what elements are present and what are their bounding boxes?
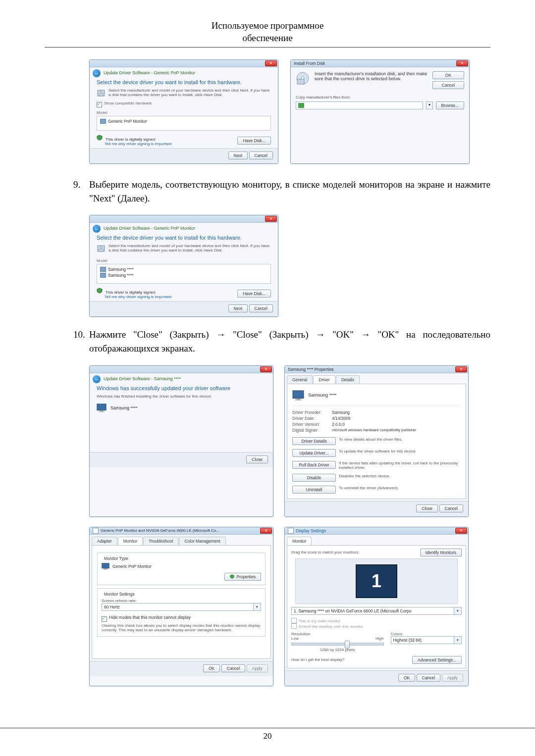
device-name: Samsung **** bbox=[110, 405, 138, 410]
model-list[interactable]: Samsung **** Samsung **** bbox=[97, 264, 271, 284]
back-icon[interactable]: ← bbox=[93, 375, 101, 383]
apply-button[interactable]: Apply bbox=[247, 664, 268, 672]
signing-link[interactable]: Tell me why driver signing is important bbox=[105, 142, 171, 146]
device-name: Samsung **** bbox=[308, 392, 337, 398]
rollback-button[interactable]: Roll Back Driver bbox=[292, 461, 336, 469]
dialog-subtext: Select the manufacturer and model of you… bbox=[108, 88, 271, 97]
monitor-preview-1[interactable]: 1 bbox=[356, 564, 397, 598]
back-icon[interactable]: ← bbox=[93, 225, 101, 233]
apply-button[interactable]: Apply bbox=[442, 674, 463, 682]
tab-color[interactable]: Color Management bbox=[179, 537, 225, 545]
resolution-label: Resolution: bbox=[291, 632, 384, 636]
identify-button[interactable]: Identify Monitors bbox=[420, 549, 462, 556]
next-button[interactable]: Next bbox=[228, 304, 248, 312]
monprop-title: Generic PnP Monitor and NVIDIA GeForce 6… bbox=[99, 528, 260, 533]
header-line1: Используемое программное bbox=[212, 20, 324, 31]
tab-driver[interactable]: Driver bbox=[313, 375, 335, 384]
disable-button[interactable]: Disable bbox=[292, 474, 336, 482]
browse-button[interactable]: Browse... bbox=[436, 101, 464, 109]
list-item: Generic PnP Monitor bbox=[100, 118, 268, 124]
resolution-value: 1280 by 1024 pixels bbox=[291, 648, 384, 652]
update-driver-button[interactable]: Update Driver... bbox=[292, 449, 336, 457]
tab-details[interactable]: Details bbox=[336, 375, 360, 384]
signing-link[interactable]: Tell me why driver signing is important bbox=[105, 295, 171, 299]
update-driver-success-dialog: ✕ ← Update Driver Software - Samsung ***… bbox=[89, 365, 273, 517]
hide-modes-checkbox[interactable] bbox=[102, 616, 107, 622]
tab-general[interactable]: General bbox=[287, 375, 313, 384]
signed-text: This driver is digitally signed. bbox=[106, 290, 156, 295]
copy-from-label: Copy manufacturer's files from: bbox=[296, 95, 464, 100]
model-list[interactable]: Generic PnP Monitor bbox=[97, 116, 271, 131]
close-icon[interactable]: ✕ bbox=[455, 528, 467, 534]
cancel-button[interactable]: Cancel bbox=[249, 151, 273, 159]
model-header: Model bbox=[90, 108, 278, 116]
tab-adapter[interactable]: Adapter bbox=[92, 537, 117, 545]
have-disk-button[interactable]: Have Disk... bbox=[237, 290, 271, 298]
best-display-link[interactable]: How do I get the best display? bbox=[291, 657, 344, 662]
breadcrumb: Update Driver Software - Samsung **** bbox=[104, 373, 181, 383]
window-icon bbox=[288, 528, 294, 534]
driver-properties-dialog: Samsung **** Properties ✕ General Driver… bbox=[284, 365, 469, 517]
display-select[interactable]: 1. Samsung **** on NVIDIA GeForce 6600 L… bbox=[291, 607, 462, 615]
close-icon[interactable]: ✕ bbox=[260, 528, 272, 534]
ok-button[interactable]: OK bbox=[398, 674, 415, 682]
monitor-icon bbox=[102, 563, 109, 570]
back-icon[interactable]: ← bbox=[93, 69, 101, 77]
monitor-icon bbox=[100, 267, 106, 272]
tab-monitor[interactable]: Monitor bbox=[287, 537, 312, 545]
next-button[interactable]: Next bbox=[228, 151, 248, 159]
cancel-button[interactable]: Cancel bbox=[417, 674, 440, 682]
path-input[interactable] bbox=[296, 101, 423, 109]
refresh-rate-select[interactable]: 60 Hertz▾ bbox=[102, 603, 261, 611]
close-icon[interactable]: ✕ bbox=[456, 60, 468, 66]
driver-details-button[interactable]: Driver Details bbox=[292, 437, 336, 445]
main-monitor-checkbox bbox=[291, 618, 297, 623]
main-monitor-label: This is my main monitor bbox=[299, 619, 340, 623]
close-icon[interactable]: ✕ bbox=[260, 366, 272, 372]
close-icon[interactable]: ✕ bbox=[265, 216, 277, 222]
res-low: Low bbox=[291, 636, 299, 641]
resolution-slider[interactable] bbox=[291, 643, 384, 646]
cancel-button[interactable]: Cancel bbox=[439, 504, 463, 512]
shield-icon bbox=[97, 288, 103, 294]
dialog-title: Select the device driver you want to ins… bbox=[90, 233, 278, 244]
properties-button[interactable]: Properties bbox=[224, 573, 261, 581]
page-header: Используемое программное обеспечение bbox=[45, 20, 490, 48]
monitor-layout-area[interactable]: 1 bbox=[295, 558, 458, 604]
tab-monitor[interactable]: Monitor bbox=[118, 537, 143, 545]
cancel-button[interactable]: Cancel bbox=[249, 304, 273, 312]
close-icon[interactable]: ✕ bbox=[455, 366, 467, 372]
step-9-number: 9. bbox=[73, 178, 89, 205]
ok-button[interactable]: OK bbox=[203, 664, 220, 672]
show-compat-checkbox[interactable] bbox=[97, 102, 102, 107]
shield-icon bbox=[97, 135, 103, 141]
extend-label: Extend the desktop onto this monitor bbox=[299, 624, 363, 629]
advanced-button[interactable]: Advanced Settings... bbox=[412, 656, 462, 664]
hide-modes-label: Hide modes that this monitor cannot disp… bbox=[109, 615, 191, 620]
cancel-button[interactable]: Cancel bbox=[221, 664, 245, 672]
monitor-icon bbox=[292, 390, 304, 400]
disk-icon bbox=[97, 88, 106, 97]
step-10-number: 10. bbox=[73, 328, 89, 355]
cancel-button[interactable]: Cancel bbox=[432, 81, 464, 89]
colors-select[interactable]: Highest (32 bit)▾ bbox=[391, 636, 462, 644]
refresh-label: Screen refresh rate: bbox=[102, 599, 261, 603]
monitor-type-label: Monitor Type bbox=[103, 556, 130, 561]
close-button[interactable]: Close bbox=[246, 455, 268, 463]
install-from-disk-dialog: Install From Disk ✕ Insert the manufactu… bbox=[290, 59, 470, 164]
close-button[interactable]: Close bbox=[416, 504, 438, 512]
tab-troubleshoot[interactable]: Troubleshoot bbox=[143, 537, 178, 545]
success-title: Windows has successfully updated your dr… bbox=[90, 383, 273, 394]
monitor-icon bbox=[97, 403, 107, 412]
breadcrumb: Update Driver Software - Generic PnP Mon… bbox=[104, 223, 195, 233]
uninstall-button[interactable]: Uninstall bbox=[292, 486, 336, 494]
show-compat-label: Show compatible hardware bbox=[104, 101, 152, 105]
step-10-text: Нажмите "Close" (Закрыть) → "Close" (Зак… bbox=[89, 328, 490, 355]
step-9-text: Выберите модель, соответствующую монитор… bbox=[89, 178, 490, 205]
ok-button[interactable]: OK bbox=[432, 71, 464, 79]
prop-title: Samsung **** Properties bbox=[288, 367, 334, 372]
hide-modes-desc: Clearing this check box allows you to se… bbox=[102, 623, 261, 632]
have-disk-button[interactable]: Have Disk... bbox=[237, 137, 271, 145]
close-icon[interactable]: ✕ bbox=[265, 60, 277, 66]
path-dropdown[interactable]: ▾ bbox=[426, 101, 433, 109]
